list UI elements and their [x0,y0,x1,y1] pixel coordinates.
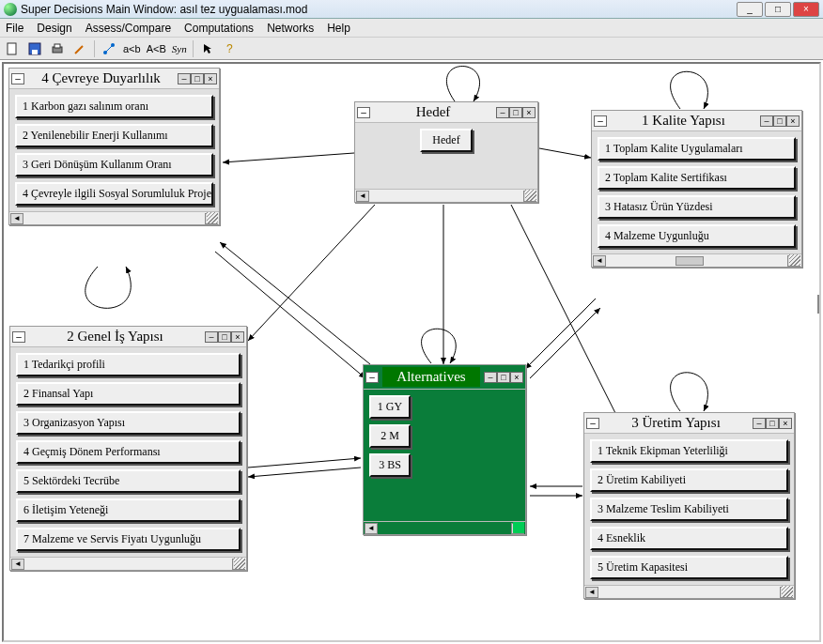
window-maximize-button[interactable]: □ [765,2,791,17]
cluster-minimize-button[interactable]: – [496,107,509,118]
resize-grip-icon[interactable] [234,558,245,569]
cluster-close-button[interactable]: × [522,107,536,118]
cluster-scrollbar[interactable]: ◄ ► [592,253,801,267]
menu-computations[interactable]: Computations [184,22,254,35]
cluster-menu-icon[interactable]: – [357,107,370,118]
node-iletisim-yetenegi[interactable]: 6 İletişim Yeteneği [16,498,241,522]
cluster-header[interactable]: – Alternatives – □ × [364,365,525,390]
node-gecmis-donem-performansi[interactable]: 4 Geçmiş Dönem Performansı [16,440,241,464]
canvas-side-handle[interactable] [817,295,821,314]
cluster-menu-icon[interactable]: – [12,331,25,343]
network-icon[interactable] [101,40,117,57]
node-karbon-gazi[interactable]: 1 Karbon gazı salınım oranı [15,95,213,118]
resize-grip-icon[interactable] [782,586,793,597]
cluster-genel-is-yapisi[interactable]: – 2 Genel İş Yapısı – □ × 1 Tedarikçi pr… [9,326,247,571]
node-tedarikci-profili[interactable]: 1 Tedarikçi profili [16,353,241,376]
cluster-minimize-button[interactable]: – [205,331,218,343]
cluster-close-button[interactable]: × [786,115,800,127]
help-icon[interactable]: ? [222,40,239,57]
node-alt-gy[interactable]: 1 GY [369,395,411,419]
cluster-minimize-button[interactable]: – [753,418,766,429]
node-hatasiz-urun-yuzdesi[interactable]: 3 Hatasız Ürün Yüzdesi [598,195,796,219]
cluster-scrollbar[interactable]: ◄ ► [9,211,219,224]
cluster-menu-icon[interactable]: – [594,115,607,127]
cluster-close-button[interactable]: × [231,331,244,343]
scroll-left-icon[interactable]: ◄ [356,191,369,202]
cluster-maximize-button[interactable]: □ [766,418,779,429]
save-icon[interactable] [26,40,43,57]
cursor-icon[interactable] [199,40,216,57]
scroll-left-icon[interactable]: ◄ [365,523,378,534]
node-alt-bs[interactable]: 3 BS [369,453,411,477]
network-canvas[interactable]: – 4 Çevreye Duyarlılık – □ × 1 Karbon ga… [2,62,821,642]
menu-design[interactable]: Design [37,22,71,35]
cluster-maximize-button[interactable]: □ [191,73,204,84]
cluster-header[interactable]: – 2 Genel İş Yapısı – □ × [10,327,246,347]
node-uretim-kabiliyeti[interactable]: 2 Üretim Kabiliyeti [590,468,788,492]
scroll-left-icon[interactable]: ◄ [593,255,606,267]
cluster-header[interactable]: – Hedef – □ × [355,102,537,123]
cluster-close-button[interactable]: × [779,418,792,429]
edit-icon[interactable] [71,40,88,57]
toolbar-compare-small[interactable]: a<b [123,43,141,54]
node-toplam-kalite-sertifikasi[interactable]: 2 Toplam Kalite Sertifikası [598,166,796,190]
node-uretim-kapasitesi[interactable]: 5 Üretim Kapasitesi [590,556,788,579]
toolbar-compare-large[interactable]: A<B [147,43,166,54]
window-close-button[interactable]: × [793,2,819,17]
node-malzeme-uygunlugu[interactable]: 4 Malzeme Uygunluğu [598,224,796,248]
cluster-maximize-button[interactable]: □ [509,107,522,118]
scroll-left-icon[interactable]: ◄ [11,559,24,570]
cluster-menu-icon[interactable]: – [586,418,599,429]
menu-networks[interactable]: Networks [267,22,314,35]
cluster-maximize-button[interactable]: □ [773,115,786,127]
node-malzeme-teslim[interactable]: 3 Malzeme Teslim Kabiliyeti [590,498,788,521]
cluster-uretim-yapisi[interactable]: – 3 Üretim Yapısı – □ × 1 Teknik Ekipman… [583,412,795,599]
cluster-menu-icon[interactable]: – [11,73,24,84]
node-sosyal-sorumluluk[interactable]: 4 Çevreyle ilgili Sosyal Sorumluluk Proj… [15,182,213,206]
cluster-close-button[interactable]: × [204,73,217,84]
cluster-hedef[interactable]: – Hedef – □ × Hedef ◄ ► [354,101,538,203]
cluster-minimize-button[interactable]: – [484,372,497,383]
node-hedef[interactable]: Hedef [420,129,473,152]
node-geri-donusum[interactable]: 3 Geri Dönüşüm Kullanım Oranı [15,153,213,176]
node-alt-m[interactable]: 2 M [369,424,411,448]
cluster-cevreye-duyarlilik[interactable]: – 4 Çevreye Duyarlılık – □ × 1 Karbon ga… [8,68,220,225]
node-toplam-kalite-uygulamalari[interactable]: 1 Toplam Kalite Uygulamaları [598,137,796,161]
cluster-scrollbar[interactable]: ◄ ► [10,557,246,570]
new-file-icon[interactable] [4,40,21,57]
node-malzeme-servis-fiyati[interactable]: 7 Malzeme ve Servis Fiyatı Uygunluğu [16,528,241,551]
cluster-menu-icon[interactable]: – [365,372,379,383]
cluster-header[interactable]: – 1 Kalite Yapısı – □ × [592,111,801,131]
resize-grip-icon[interactable] [207,212,218,223]
node-sektordeki-tecruebe[interactable]: 5 Sektördeki Tecrübe [16,469,241,493]
menu-assess-compare[interactable]: Assess/Compare [85,22,171,35]
toolbar-syn[interactable]: Syn [172,43,187,54]
cluster-scrollbar[interactable]: ◄ ► [355,189,537,202]
scroll-left-icon[interactable]: ◄ [10,213,23,224]
cluster-kalite-yapisi[interactable]: – 1 Kalite Yapısı – □ × 1 Toplam Kalite … [591,110,802,268]
cluster-minimize-button[interactable]: – [178,73,191,84]
menu-help[interactable]: Help [327,22,350,35]
node-esneklik[interactable]: 4 Esneklik [590,527,788,550]
cluster-scrollbar[interactable]: ◄ ► [584,585,794,598]
cluster-header[interactable]: – 4 Çevreye Duyarlılık – □ × [9,69,219,89]
cluster-header[interactable]: – 3 Üretim Yapısı – □ × [584,413,794,434]
cluster-maximize-button[interactable]: □ [218,331,231,343]
node-finansal-yapi[interactable]: 2 Finansal Yapı [16,382,241,406]
cluster-close-button[interactable]: × [510,372,523,383]
scroll-left-icon[interactable]: ◄ [585,587,598,598]
window-minimize-button[interactable]: _ [737,2,763,17]
node-organizasyon-yapisi[interactable]: 3 Organizasyon Yapısı [16,411,241,435]
node-yenilenebilir-enerji[interactable]: 2 Yenilenebilir Enerji Kullanımı [15,124,213,147]
cluster-scrollbar[interactable]: ◄ ► [364,521,525,534]
cluster-minimize-button[interactable]: – [760,115,773,127]
resize-grip-icon[interactable] [525,190,536,201]
menu-file[interactable]: File [6,22,23,35]
print-icon[interactable] [49,40,66,57]
scroll-thumb[interactable] [675,256,704,266]
cluster-maximize-button[interactable]: □ [497,372,510,383]
resize-grip-icon[interactable] [513,522,524,533]
cluster-alternatives[interactable]: – Alternatives – □ × 1 GY 2 M 3 BS ◄ ► [363,364,526,535]
node-teknik-ekipman[interactable]: 1 Teknik Ekipman Yeterliliği [590,439,788,463]
resize-grip-icon[interactable] [789,254,800,266]
